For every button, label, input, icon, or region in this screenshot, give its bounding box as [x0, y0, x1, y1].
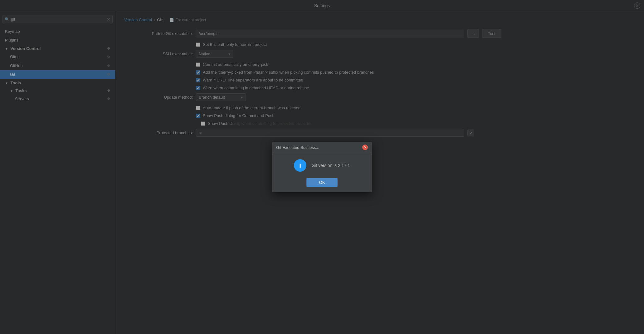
- modal-dialog: Git Executed Success... ✕ i Git version …: [272, 142, 372, 192]
- modal-close-button[interactable]: ✕: [362, 145, 368, 150]
- modal-message: Git version is 2.17.1: [311, 163, 350, 168]
- modal-overlay: Git Executed Success... ✕ i Git version …: [0, 0, 644, 334]
- info-icon: i: [294, 159, 306, 172]
- modal-ok-button[interactable]: OK: [306, 178, 338, 187]
- modal-info-row: i Git version is 2.17.1: [294, 159, 350, 172]
- modal-title: Git Executed Success...: [276, 145, 319, 150]
- modal-title-bar: Git Executed Success... ✕: [272, 142, 372, 153]
- modal-body: i Git version is 2.17.1 OK: [272, 153, 372, 192]
